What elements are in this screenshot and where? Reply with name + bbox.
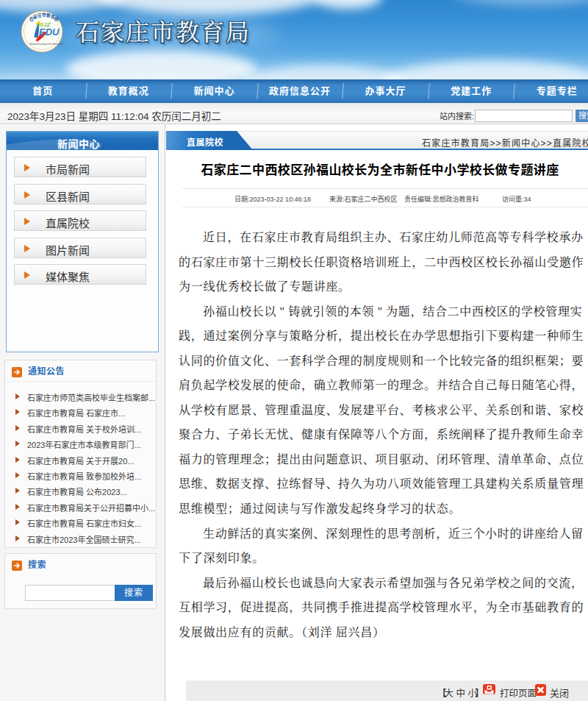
svg-text:EDU: EDU (39, 26, 60, 38)
svg-text:Shijiazhuang Info Network: Shijiazhuang Info Network (29, 42, 63, 46)
